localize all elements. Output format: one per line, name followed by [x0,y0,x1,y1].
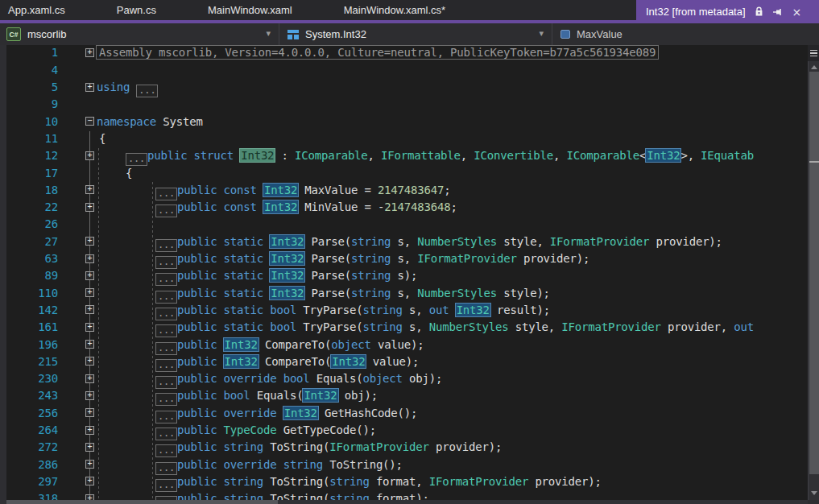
chevron-down-icon[interactable]: ▾ [266,28,271,39]
code-text: ...public TypeCode GetTypeCode(); [155,422,376,440]
line-number: 256 [14,405,58,422]
horizontal-scrollbar[interactable] [0,500,808,504]
tab-int32-metadata-active[interactable]: Int32 [from metadata] × [636,0,819,23]
token-ty: TypeCode [224,423,277,436]
int32-reference-highlight[interactable]: Int32 [269,234,305,249]
fold-expand-icon[interactable]: + [85,426,94,435]
fold-expand-icon[interactable]: + [85,305,94,314]
fold-expand-icon[interactable]: + [85,271,94,280]
code-text: ...public Int32 CompareTo(object value); [155,337,424,355]
scroll-up-arrow-icon[interactable] [811,65,817,69]
line-number: 142 [14,302,58,319]
fold-expand-icon[interactable]: + [85,288,94,297]
assembly-info-box: Assembly mscorlib, Version=4.0.0.0, Cult… [96,45,659,60]
fold-expand-icon[interactable]: + [85,185,94,194]
int32-reference-highlight[interactable]: Int32 [455,303,491,317]
int32-definition-highlight[interactable]: Int32 [239,148,275,163]
code-text: { [126,165,132,182]
token-kw: public bool [177,389,250,402]
token-ty: IComparable [566,149,639,162]
line-number: 215 [14,353,58,370]
fold-expand-icon[interactable]: + [85,340,94,349]
code-line-297: 297+...public string ToString(string for… [0,473,819,490]
token-id: value); [371,338,424,351]
fold-expand-icon[interactable]: + [85,460,94,469]
fold-expand-icon[interactable]: + [85,408,94,417]
close-icon[interactable]: × [792,6,802,18]
token-kw: public static [177,269,270,282]
code-text: { [99,130,105,147]
tab-pawn-cs[interactable]: Pawn.cs [117,4,156,16]
fold-expand-icon[interactable]: + [85,254,94,263]
fold-expand-icon[interactable]: + [85,151,94,160]
token-id: >, [680,149,701,162]
token-id: style, [508,320,561,333]
vertical-scrollbar-thumb[interactable] [809,72,819,474]
vertical-scrollbar[interactable] [808,45,819,500]
token-id: CompareTo( [259,355,332,368]
scroll-down-arrow-icon[interactable] [811,491,817,495]
token-kw: public [177,423,224,436]
editor-split-handle-icon[interactable] [808,45,819,61]
int32-reference-highlight[interactable]: Int32 [223,354,259,369]
code-line-17: 17{ [0,165,819,182]
line-number: 10 [14,114,58,130]
token-ty: NumberStyles [417,235,497,248]
code-line-5: 5+using ... [0,79,819,96]
fold-expand-icon[interactable]: + [85,477,94,485]
int32-reference-highlight[interactable]: Int32 [263,183,299,197]
member-dropdown[interactable]: MaxValue [552,23,819,45]
fold-collapse-icon[interactable]: − [85,117,94,126]
line-number: 22 [14,199,58,216]
int32-reference-highlight[interactable]: Int32 [263,200,299,214]
pin-icon[interactable] [772,6,784,17]
token-kw: public static bool [177,304,296,316]
fold-expand-icon[interactable]: + [85,48,94,57]
project-dropdown[interactable]: C# mscorlib ▾ [0,23,279,45]
tab-app-xaml-cs[interactable]: App.xaml.cs [8,4,65,16]
token-id: CompareTo( [259,338,332,351]
line-number: 12 [14,147,58,164]
project-dropdown-value: mscorlib [27,28,66,40]
fold-expand-icon[interactable]: + [85,374,94,383]
fold-expand-icon[interactable]: + [85,323,94,332]
token-id: Parse( [304,252,351,265]
int32-reference-highlight[interactable]: Int32 [269,268,305,283]
token-id: Equals( [310,372,363,385]
tab-mainwindow-xaml[interactable]: MainWindow.xaml [208,4,292,16]
int32-reference-highlight[interactable]: Int32 [283,406,319,420]
token-ty: IFormatProvider [561,320,660,333]
token-kw: namespace [97,115,156,128]
int32-reference-highlight[interactable]: Int32 [269,286,305,300]
token-id: provider); [429,440,503,453]
type-dropdown[interactable]: System.Int32 ▾ [279,23,552,45]
fold-expand-icon[interactable]: + [85,83,94,92]
int32-reference-highlight[interactable]: Int32 [645,148,681,163]
code-text: Assembly mscorlib, Version=4.0.0.0, Cult… [96,45,659,62]
fold-expand-icon[interactable]: + [85,357,94,366]
fold-expand-icon[interactable]: + [85,443,94,452]
int32-reference-highlight[interactable]: Int32 [223,337,259,352]
fold-expand-icon[interactable]: + [85,237,94,246]
tab-mainwindow-xaml-cs[interactable]: MainWindow.xaml.cs* [344,4,445,16]
code-line-22: 22+...public const Int32 MinValue = -214… [0,199,819,216]
code-line-286: 286+...public override string ToString()… [0,456,819,473]
code-text: ...public string ToString(string format,… [155,473,602,492]
token-id: , [461,149,474,162]
line-number: 89 [14,267,58,284]
horizontal-scrollbar-thumb[interactable] [6,500,278,504]
int32-reference-highlight[interactable]: Int32 [269,251,305,266]
token-ty: NumberStyles [429,320,509,333]
member-dropdown-value: MaxValue [577,28,623,40]
code-line-89: 89+...public static Int32 Parse(string s… [0,267,819,284]
code-line-196: 196+...public Int32 CompareTo(object val… [0,337,819,353]
int32-reference-highlight[interactable]: Int32 [302,388,338,403]
line-number: 110 [14,285,58,302]
fold-expand-icon[interactable]: + [85,391,94,400]
chevron-down-icon[interactable]: ▾ [539,28,544,39]
int32-reference-highlight[interactable]: Int32 [330,354,366,369]
token-kw: public const [177,200,263,213]
line-number: 11 [14,130,58,147]
code-text: ...public override Int32 GetHashCode(); [155,405,417,423]
fold-expand-icon[interactable]: + [85,203,94,212]
